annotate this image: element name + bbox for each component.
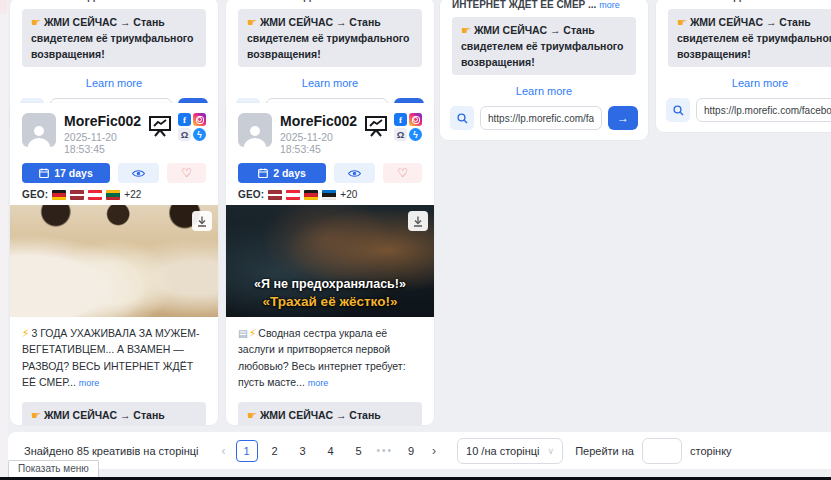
arrow-right-icon: → [617,111,629,125]
landing-url-input[interactable] [696,98,831,122]
heart-icon: ♡ [181,166,192,180]
pointing-hand-icon: ☛ [677,16,687,28]
learn-more-link[interactable]: Learn more [656,77,831,89]
cta-box: ☛ЖМИ СЕЙЧАС → Стань свидетелем её триумф… [22,9,206,67]
cta-box: ☛ЖМИ СЕЙЧАС → Стань свидетелем её триумф… [452,17,636,75]
chevron-left-icon: ‹ [222,444,226,458]
preview-button[interactable] [334,163,375,183]
lightning-icon: ⚡ [249,327,256,339]
pointing-hand-icon: ☛ [247,409,257,421]
left-gutter [0,0,8,480]
page-number-9[interactable]: 9 [400,440,422,462]
show-menu-tooltip[interactable]: Показать меню [8,460,99,477]
goto-page-suffix: сторінку [690,445,732,457]
learn-more-link[interactable]: Learn more [226,77,434,89]
favorite-button[interactable]: ♡ [383,163,422,183]
creative-body-text: ▤⚡Сводная сестра украла её заслуги и при… [226,317,434,393]
geo-row: GEO: +22 [10,183,218,205]
page-number-1[interactable]: 1 [236,440,258,462]
next-page-button[interactable]: › [425,444,443,458]
country-flag [322,190,336,200]
creative-datetime: 2025-11-20 18:53:45 [280,131,364,155]
more-link[interactable]: more [308,378,329,388]
heart-icon: ♡ [397,166,408,180]
creative-image[interactable] [10,205,218,317]
creatives-grid-page: ИНТЕРНЕТ ЖДЁТ ЕЁ СМЕР ... more ☛ЖМИ СЕЙЧ… [0,0,831,480]
pointing-hand-icon: ☛ [31,409,41,421]
geo-label: GEO: [22,189,48,200]
creative-card-partial-4: ИНТЕРНЕТ ЖДЁТ ЕЁ СМЕР ... more ☛ЖМИ СЕЙЧ… [656,0,831,132]
download-image-icon[interactable] [192,211,212,231]
clipped-text-line: ИНТЕРНЕТ ЖДЁТ ЕЁ СМЕР ... more [238,0,422,2]
chevron-right-icon: › [432,444,436,458]
facebook-icon: f [394,113,407,126]
chevron-down-icon: ∨ [548,446,555,456]
avatar [238,113,272,147]
geo-row: GEO: +20 [226,183,434,205]
geo-label: GEO: [238,189,264,200]
learn-more-link[interactable]: Learn more [10,77,218,89]
days-active-button[interactable]: 2 days [238,163,326,183]
analytics-board-icon[interactable] [364,115,388,137]
facebook-icon: f [178,113,191,126]
preview-button[interactable] [118,163,159,183]
instagram-icon [409,113,422,126]
calendar-icon [258,168,268,178]
left-gutter-accent [0,0,7,14]
eye-icon [348,169,361,178]
lightning-icon: ⚡ [22,327,29,339]
geo-more-count[interactable]: +20 [340,189,357,200]
page-number-5[interactable]: 5 [348,440,370,462]
page-size-select[interactable]: 10 /на сторінці ∨ [457,438,563,464]
search-icon[interactable] [450,106,474,130]
pages-ellipsis[interactable]: ••• [377,445,394,456]
image-overlay-text: «Я не предохранялась!» «Трахай её жёстко… [226,276,434,311]
analytics-board-icon[interactable] [148,115,172,137]
page-number-2[interactable]: 2 [264,440,286,462]
open-url-button[interactable]: → [608,106,638,130]
more-link[interactable]: more [385,0,406,2]
goto-page-label: Перейти на [575,445,634,457]
page-number-4[interactable]: 4 [320,440,342,462]
cta-box: ☛ЖМИ СЕЙЧАС → Стань свидетелем её триумф… [238,402,422,425]
geo-more-count[interactable]: +22 [124,189,141,200]
creative-image[interactable]: «Я не предохранялась!» «Трахай её жёстко… [226,205,434,317]
calendar-icon [39,168,49,178]
pointing-hand-icon: ☛ [247,16,257,28]
audience-network-icon: Ω [178,128,191,141]
more-link[interactable]: more [79,378,100,388]
favorite-button[interactable]: ♡ [167,163,206,183]
download-image-icon[interactable] [408,211,428,231]
profile-name[interactable]: MoreFic002 [64,113,148,129]
profile-name[interactable]: MoreFic002 [280,113,364,129]
cta-box: ☛ЖМИ СЕЙЧАС → Стань свидетелем её триумф… [238,9,422,67]
more-link[interactable]: more [599,0,620,10]
page-number-3[interactable]: 3 [292,440,314,462]
creative-card-partial-3: ИНТЕРНЕТ ЖДЁТ ЕЁ СМЕР ... more ☛ЖМИ СЕЙЧ… [440,0,648,140]
creative-card-2: MoreFic002 2025-11-20 18:53:45 f Ω ϟ 2 d… [226,103,434,425]
country-flag [52,190,66,200]
more-link[interactable]: more [815,0,831,2]
cta-box: ☛ЖМИ СЕЙЧАС → Стань свидетелем её триумф… [668,9,831,67]
messenger-icon: ϟ [409,128,422,141]
avatar [22,113,56,147]
instagram-icon [193,113,206,126]
prev-page-button[interactable]: ‹ [215,444,233,458]
book-icon: ▤ [238,327,247,339]
more-link[interactable]: more [169,0,190,2]
pointing-hand-icon: ☛ [461,24,471,36]
messenger-icon: ϟ [193,128,206,141]
placements-icons: f Ω ϟ [178,113,206,141]
goto-page-input[interactable] [642,438,682,464]
country-flag [304,190,318,200]
country-flag [268,190,282,200]
learn-more-link[interactable]: Learn more [440,85,648,97]
cta-box: ☛ЖМИ СЕЙЧАС → Стань свидетелем её триумф… [22,402,206,425]
pagination-bar: Знайдено 85 креативів на сторінці ‹ 1 2 … [8,432,831,469]
country-flag [286,190,300,200]
days-active-button[interactable]: 17 days [22,163,110,183]
creative-card-1: MoreFic002 2025-11-20 18:53:45 f Ω ϟ 17 … [10,103,218,425]
clipped-text-line: ИНТЕРНЕТ ЖДЁТ ЕЁ СМЕР ... more [22,0,206,2]
search-icon[interactable] [666,98,690,122]
landing-url-input[interactable] [480,106,602,130]
